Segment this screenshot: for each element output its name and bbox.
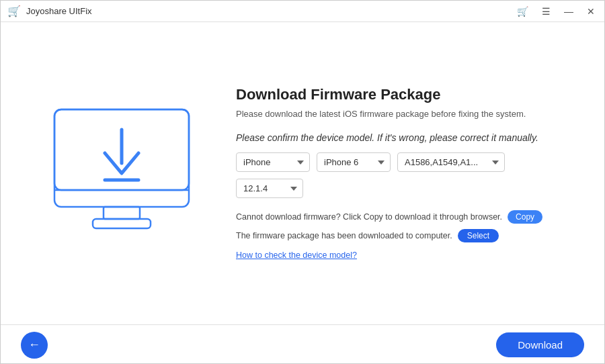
menu-button[interactable]: ☰ — [539, 5, 553, 17]
title-bar-controls: 🛒 ☰ — ✕ — [514, 5, 598, 17]
download-button[interactable]: Download — [496, 332, 584, 357]
cart-button[interactable]: 🛒 — [514, 5, 531, 17]
confirm-text: Please confirm the device model. If it's… — [236, 132, 577, 143]
back-button[interactable]: ← — [21, 332, 48, 359]
select-note-row: The firmware package has been downloaded… — [236, 229, 577, 242]
minimize-button[interactable]: — — [561, 5, 576, 17]
version-dropdown[interactable]: 12.1.4 12.2 13.0 — [236, 179, 303, 198]
device-type-dropdown[interactable]: iPhone iPad iPod — [236, 152, 310, 172]
svg-rect-4 — [93, 219, 151, 228]
main-content: Download Firmware Package Please downloa… — [1, 22, 604, 324]
help-link[interactable]: How to check the device model? — [236, 251, 357, 260]
close-button[interactable]: ✕ — [584, 5, 598, 17]
monitor-illustration — [44, 103, 199, 244]
copy-button[interactable]: Copy — [508, 210, 542, 224]
app-logo-icon: 🛒 — [7, 5, 21, 17]
model-dropdown[interactable]: iPhone 6 iPhone 6s iPhone 7 — [317, 152, 391, 172]
illustration-area — [28, 103, 216, 244]
dropdowns-row: iPhone iPad iPod iPhone 6 iPhone 6s iPho… — [236, 152, 577, 198]
firmware-title: Download Firmware Package — [236, 86, 577, 103]
title-bar-left: 🛒 Joyoshare UItFix — [7, 5, 92, 17]
select-note-text: The firmware package has been downloaded… — [236, 231, 452, 240]
bottom-bar: ← Download — [1, 324, 604, 364]
svg-rect-3 — [104, 207, 140, 219]
info-area: Download Firmware Package Please downloa… — [216, 86, 577, 261]
copy-note-text: Cannot download firmware? Click Copy to … — [236, 212, 502, 222]
app-title: Joyoshare UItFix — [26, 6, 92, 16]
select-button[interactable]: Select — [458, 229, 499, 242]
hardware-dropdown[interactable]: A1586,A1549,A1... A1633,A1688,A1700 — [397, 152, 505, 172]
copy-note-row: Cannot download firmware? Click Copy to … — [236, 210, 577, 224]
firmware-subtitle: Please download the latest iOS firmware … — [236, 109, 577, 119]
title-bar: 🛒 Joyoshare UItFix 🛒 ☰ — ✕ — [1, 1, 604, 22]
back-arrow-icon: ← — [28, 338, 40, 352]
